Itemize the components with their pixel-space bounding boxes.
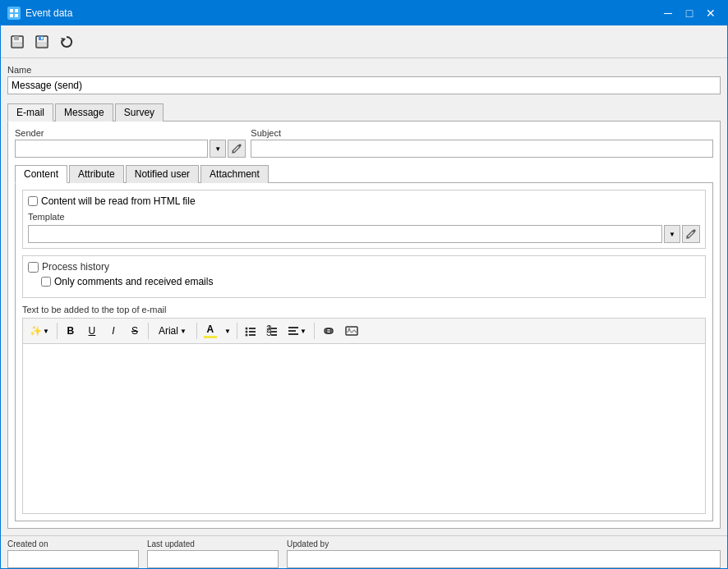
svg-rect-2 — [10, 14, 13, 17]
process-history-section: Process history Only comments and receiv… — [22, 255, 706, 298]
template-edit-button[interactable] — [682, 225, 700, 243]
svg-rect-28 — [346, 327, 357, 335]
svg-rect-6 — [12, 43, 22, 47]
editor-area[interactable] — [22, 343, 706, 514]
font-button[interactable]: Arial ▼ — [152, 321, 193, 341]
tools-button[interactable]: ✨ ▼ — [25, 321, 53, 341]
subject-group: Subject — [251, 128, 713, 158]
svg-rect-26 — [288, 333, 298, 335]
window-controls: ─ □ ✕ — [658, 3, 721, 23]
process-history-checkbox[interactable] — [28, 262, 39, 273]
updated-by-input[interactable] — [287, 550, 721, 568]
updated-by-label: Updated by — [287, 539, 721, 548]
strikethrough-button[interactable]: S — [125, 321, 145, 341]
svg-rect-23 — [271, 334, 277, 336]
unordered-list-icon — [245, 325, 256, 337]
svg-rect-24 — [288, 327, 298, 328]
italic-button[interactable]: I — [104, 321, 123, 341]
svg-rect-0 — [10, 9, 13, 12]
align-icon — [288, 325, 299, 337]
align-button[interactable]: ▼ — [283, 321, 311, 341]
color-dropdown-button[interactable]: ▼ — [222, 321, 233, 341]
bold-button[interactable]: B — [61, 321, 81, 341]
template-label: Template — [28, 212, 700, 222]
template-row: Template ▼ — [28, 212, 700, 243]
svg-rect-15 — [249, 328, 256, 329]
font-color-button[interactable]: A — [200, 321, 220, 341]
underline-button[interactable]: U — [82, 321, 102, 341]
subject-label: Subject — [251, 128, 713, 138]
main-tabs: E-mail Message Survey — [7, 103, 721, 122]
link-button[interactable] — [318, 321, 339, 341]
refresh-icon — [59, 34, 74, 49]
sender-subject-row: Sender ▼ Subject — [15, 128, 713, 158]
template-select[interactable] — [28, 225, 662, 243]
svg-rect-17 — [249, 334, 256, 336]
svg-rect-21 — [271, 328, 277, 329]
maximize-button[interactable]: □ — [680, 3, 699, 23]
sender-dropdown-arrow[interactable]: ▼ — [210, 140, 226, 158]
inner-tab-attachment[interactable]: Attachment — [200, 165, 269, 183]
color-bar — [204, 336, 217, 338]
tab-survey[interactable]: Survey — [115, 103, 164, 122]
svg-point-13 — [245, 331, 247, 333]
divider-3 — [196, 323, 197, 339]
sender-edit-button[interactable] — [228, 140, 246, 158]
sender-group: Sender ▼ — [15, 128, 246, 158]
html-checkbox-row: Content will be read from HTML file — [28, 195, 700, 207]
tab-message[interactable]: Message — [55, 103, 113, 122]
close-button[interactable]: ✕ — [701, 3, 721, 23]
html-file-section: Content will be read from HTML file Temp… — [22, 190, 706, 249]
window-title: Event data — [25, 7, 658, 19]
name-field-group: Name — [7, 65, 721, 94]
email-tab-content: Sender ▼ Subject — [7, 122, 721, 529]
svg-rect-22 — [271, 331, 277, 333]
template-dropdown-arrow[interactable]: ▼ — [664, 225, 680, 243]
inner-content-tab: Content will be read from HTML file Temp… — [15, 183, 713, 521]
app-icon — [7, 7, 21, 20]
save-button[interactable] — [6, 30, 29, 53]
svg-rect-9 — [37, 43, 47, 47]
link-icon — [322, 325, 335, 337]
only-comments-row: Only comments and received emails — [41, 276, 700, 287]
svg-rect-5 — [14, 36, 19, 40]
save-icon — [10, 34, 25, 49]
last-updated-field: Last updated — [147, 539, 279, 568]
main-window: Event data ─ □ ✕ — [0, 0, 728, 569]
title-bar: Event data ─ □ ✕ — [1, 1, 727, 25]
image-button[interactable] — [341, 321, 362, 341]
created-on-input[interactable] — [7, 550, 139, 568]
edit-icon — [231, 143, 242, 154]
divider-5 — [314, 323, 315, 339]
ordered-list-icon: 1. 2. 3. — [266, 325, 278, 337]
inner-tab-content[interactable]: Content — [15, 165, 67, 183]
sender-input[interactable] — [15, 140, 208, 158]
refresh-button[interactable] — [55, 30, 78, 53]
unordered-list-button[interactable] — [241, 321, 260, 341]
text-top-label: Text to be added to the top of e-mail — [22, 305, 706, 314]
svg-rect-10 — [41, 37, 43, 39]
editor-toolbar: ✨ ▼ B U I S Arial ▼ — [22, 318, 706, 343]
divider-1 — [57, 323, 58, 339]
bottom-bar: Created on Last updated Updated by — [1, 535, 727, 568]
updated-by-field: Updated by — [287, 539, 721, 568]
svg-rect-3 — [15, 14, 18, 17]
ordered-list-button[interactable]: 1. 2. 3. — [262, 321, 282, 341]
sender-dropdown-row: ▼ — [15, 140, 246, 158]
name-input[interactable] — [7, 76, 721, 94]
minimize-button[interactable]: ─ — [658, 3, 678, 23]
toolbar — [1, 25, 727, 58]
process-history-title-row: Process history — [28, 261, 700, 273]
inner-tab-notified-user[interactable]: Notified user — [126, 165, 199, 183]
inner-tabs: Content Attribute Notified user Attachme… — [15, 164, 713, 183]
only-comments-checkbox[interactable] — [41, 277, 51, 287]
inner-tab-attribute[interactable]: Attribute — [69, 165, 124, 183]
last-updated-input[interactable] — [147, 550, 279, 568]
save-as-button[interactable] — [30, 30, 53, 53]
content-from-html-checkbox[interactable] — [28, 196, 38, 206]
created-on-field: Created on — [7, 539, 139, 568]
tab-email[interactable]: E-mail — [7, 103, 53, 122]
save-as-icon — [35, 34, 49, 49]
subject-input[interactable] — [251, 140, 713, 158]
svg-point-14 — [245, 334, 247, 337]
